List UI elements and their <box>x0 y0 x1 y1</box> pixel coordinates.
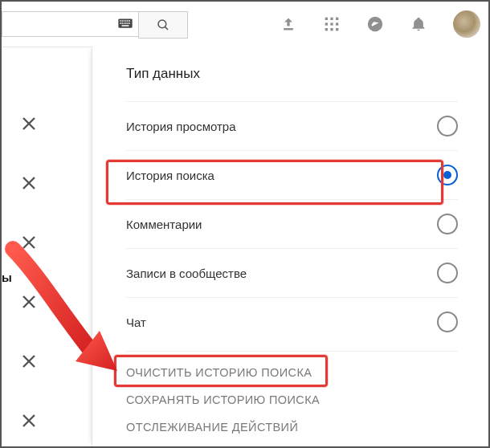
apps-grid-icon <box>324 16 340 32</box>
svg-rect-20 <box>325 22 328 25</box>
top-bar <box>2 2 488 47</box>
close-icon[interactable] <box>19 233 39 252</box>
radio-icon <box>437 165 458 185</box>
history-delete-column <box>19 114 39 430</box>
close-icon[interactable] <box>19 173 39 193</box>
action-pause-search-history[interactable]: СОХРАНЯТЬ ИСТОРИЮ ПОИСКА <box>126 393 320 406</box>
upload-button[interactable] <box>280 15 297 33</box>
svg-rect-23 <box>325 28 328 31</box>
svg-rect-10 <box>122 22 124 24</box>
option-comments[interactable]: Комментарии <box>126 199 458 248</box>
search-bar <box>2 11 188 37</box>
svg-point-0 <box>158 20 166 28</box>
cut-off-text: ы <box>2 271 12 284</box>
svg-rect-22 <box>336 22 338 25</box>
messages-icon <box>366 15 384 33</box>
svg-rect-17 <box>325 18 328 20</box>
svg-rect-3 <box>120 20 121 22</box>
svg-line-1 <box>165 26 168 30</box>
close-icon[interactable] <box>19 292 39 312</box>
option-label: История поиска <box>126 169 214 182</box>
close-icon[interactable] <box>19 114 39 133</box>
svg-rect-11 <box>124 22 125 24</box>
svg-rect-15 <box>122 25 129 26</box>
action-clear-search-history[interactable]: ОЧИСТИТЬ ИСТОРИЮ ПОИСКА <box>126 366 312 379</box>
option-community-posts[interactable]: Записи в сообществе <box>126 248 458 297</box>
messages-button[interactable] <box>366 15 384 33</box>
svg-rect-24 <box>330 28 333 31</box>
radio-icon <box>437 263 458 283</box>
svg-rect-4 <box>122 20 124 22</box>
apps-button[interactable] <box>323 15 341 33</box>
svg-rect-5 <box>124 20 125 22</box>
svg-rect-8 <box>129 20 131 22</box>
option-label: История просмотра <box>126 120 236 133</box>
svg-rect-14 <box>129 22 131 24</box>
upload-icon <box>280 16 296 32</box>
svg-rect-21 <box>330 22 333 25</box>
keyboard-icon[interactable] <box>118 18 133 29</box>
top-icons <box>280 2 480 47</box>
radio-icon <box>437 116 458 136</box>
radio-icon <box>437 312 458 332</box>
avatar[interactable] <box>453 10 480 38</box>
option-label: Комментарии <box>126 218 202 231</box>
svg-rect-13 <box>127 22 129 24</box>
section-title: Тип данных <box>126 66 458 82</box>
close-icon[interactable] <box>19 411 39 430</box>
search-icon <box>156 18 170 32</box>
svg-rect-16 <box>284 28 293 31</box>
close-icon[interactable] <box>19 352 39 371</box>
option-label: Записи в сообществе <box>126 267 247 280</box>
option-search-history[interactable]: История поиска <box>126 150 458 199</box>
option-label: Чат <box>126 316 146 329</box>
action-manage-activity[interactable]: ОТСЛЕЖИВАНИЕ ДЕЙСТВИЙ <box>126 421 298 434</box>
search-button[interactable] <box>138 11 188 39</box>
option-chat[interactable]: Чат <box>126 297 458 346</box>
svg-rect-18 <box>330 18 333 20</box>
option-watch-history[interactable]: История просмотра <box>126 101 458 150</box>
svg-rect-7 <box>127 20 129 22</box>
bell-icon <box>410 15 427 33</box>
actions-list: ОЧИСТИТЬ ИСТОРИЮ ПОИСКА СОХРАНЯТЬ ИСТОРИ… <box>126 351 458 434</box>
svg-rect-19 <box>336 18 338 20</box>
svg-rect-25 <box>336 28 338 31</box>
svg-rect-6 <box>125 20 127 22</box>
svg-rect-12 <box>125 22 127 24</box>
history-settings-panel: Тип данных История просмотра История пои… <box>92 47 488 446</box>
notifications-button[interactable] <box>410 15 427 33</box>
svg-rect-9 <box>120 22 121 24</box>
radio-icon <box>437 214 458 234</box>
